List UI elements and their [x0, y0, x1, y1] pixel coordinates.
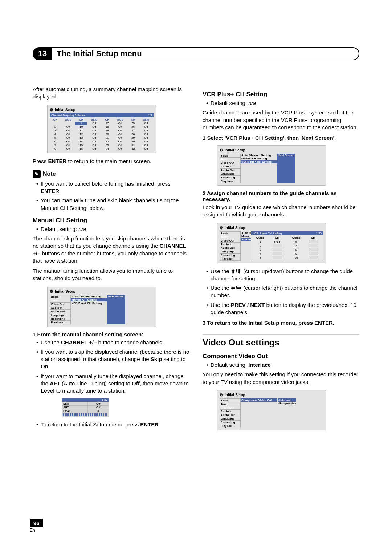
note-item: You can manually tune and skip blank cha…: [36, 197, 189, 212]
level-meter: [63, 413, 108, 416]
pencil-icon: ✎: [33, 170, 41, 178]
osd-vcr-menu: Initial Setup BasicTunerVideo OutAudio I…: [217, 145, 326, 186]
osd-channel-mapping: Initial Setup Channel Mapping Antenna1/3…: [47, 105, 156, 153]
arrow-left-right-icon: ⬅/➡: [231, 285, 242, 291]
osd-component-video: Initial Setup BasicTunerVideo OutAudio I…: [217, 390, 326, 430]
component-heading: Component Video Out: [203, 353, 359, 360]
osd-title: Initial Setup: [50, 108, 154, 112]
vcr-tips: Use the ⬆/⬇ (cursor up/down) buttons to …: [203, 268, 359, 316]
default-list: Default setting: Interlace: [203, 361, 359, 369]
note-heading: ✎ Note: [33, 170, 189, 178]
osd-tuner-menu: Initial Setup BasicTunerVideo OutAudio I…: [47, 287, 156, 327]
video-out-heading: Video Out settings: [203, 334, 359, 348]
arrow-up-down-icon: ⬆/⬇: [231, 268, 242, 274]
note-list: If you want to cancel before tuning has …: [33, 180, 189, 212]
vcr-step3: 3 To return to the Initial Setup menu, p…: [203, 320, 359, 326]
chapter-title-wrap: The Initial Setup menu: [52, 47, 359, 60]
return-list: To return to the Initial Setup menu, pre…: [33, 421, 189, 428]
chapter-header: 13 The Initial Setup menu: [33, 47, 359, 60]
osd-skip-aft-level: 2ch SkipOffAFTOffLevel0: [62, 398, 109, 417]
press-enter-line: Press ENTER to return to the main menu s…: [33, 158, 189, 165]
list-item: Use the CHANNEL +/– button to change cha…: [36, 339, 189, 346]
manual-p1: The channel skip function lets you skip …: [33, 235, 189, 264]
default-list: Default setting: n/a: [33, 226, 189, 233]
list-item: To return to the Initial Setup menu, pre…: [36, 421, 189, 428]
page-language: En: [30, 528, 35, 533]
vcr-step2: 2 Assign channel numbers to the guide ch…: [203, 190, 359, 202]
vcr-step2-desc: Look in your TV guide to see which chann…: [203, 204, 359, 219]
vcr-step1: 1 Select 'VCR Plus+ CH Setting', then 'N…: [203, 135, 359, 141]
list-item: If you want to skip the displayed channe…: [36, 348, 189, 370]
page-number: 96: [30, 519, 43, 527]
note-item: If you want to cancel before tuning has …: [36, 180, 189, 195]
intro-text: After automatic tuning, a summary channe…: [33, 86, 189, 101]
default-item: Default setting: n/a: [206, 100, 359, 107]
list-item: Use the ⬅/➡ (cursor left/right) buttons …: [206, 284, 359, 299]
default-item: Default setting: Interlace: [206, 361, 359, 369]
default-list: Default setting: n/a: [203, 100, 359, 107]
component-desc: You only need to make this setting if yo…: [203, 371, 359, 386]
vcr-heading: VCR Plus+ CH Setting: [203, 91, 359, 98]
page-footer: 96 En: [30, 520, 43, 533]
list-item: If you want to manually tune the display…: [36, 373, 189, 395]
right-column: VCR Plus+ CH Setting Default setting: n/…: [203, 86, 359, 435]
step-1: 1 From the manual channel setting screen…: [33, 331, 189, 337]
osd-bar: Channel Mapping Antenna1/3: [50, 113, 154, 117]
vcr-desc: Guide channels are used by the VCR Plus+…: [203, 109, 359, 131]
osd-vcr-guide: Initial Setup BasicTunerVideo OutAudio I…: [217, 223, 326, 263]
list-item: Use the ⬆/⬇ (cursor up/down) buttons to …: [206, 268, 359, 283]
chapter-title: The Initial Setup menu: [57, 49, 142, 58]
list-item: Use the PREV / NEXT button to display th…: [206, 301, 359, 316]
chapter-number: 13: [33, 47, 52, 60]
channel-table: CHSkipCHSkipCHSkipCHSkip9Off17Off25Off2O…: [50, 118, 154, 151]
manual-ch-heading: Manual CH Setting: [33, 217, 189, 224]
step1-list: Use the CHANNEL +/– button to change cha…: [33, 339, 189, 395]
default-item: Default setting: n/a: [36, 226, 189, 233]
left-column: After automatic tuning, a summary channe…: [33, 86, 189, 435]
manual-p2: The manual tuning function allows you to…: [33, 267, 189, 282]
